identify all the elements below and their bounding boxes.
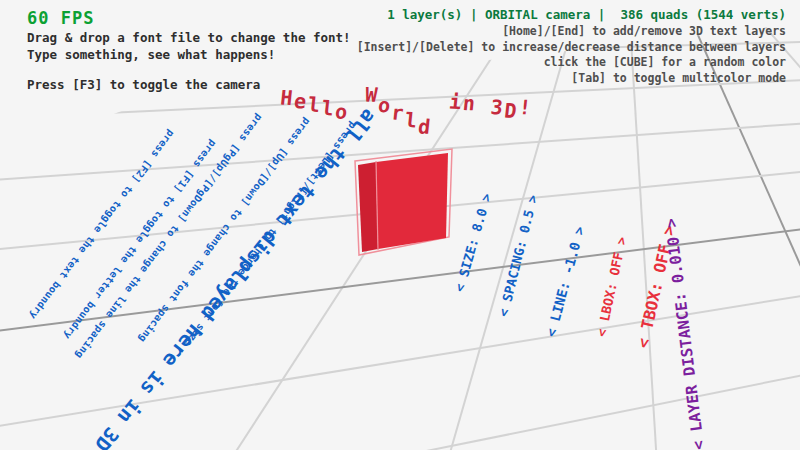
type-hint: Type something, see what happens! [27, 47, 275, 63]
layers-hint: [Home]/[End] to add/remove 3D text layer… [357, 24, 786, 40]
right-help-block: [Home]/[End] to add/remove 3D text layer… [357, 24, 786, 86]
wave-char: d [417, 114, 434, 138]
wave-char: n [462, 91, 479, 115]
wave-char: D [503, 98, 520, 122]
cube-front-face [376, 153, 448, 249]
raylib-3d-text-demo-window: press [F2] to toggle the text boundry pr… [0, 0, 800, 450]
multicolor-hint: [Tab] to toggle multicolor mode [357, 71, 786, 87]
cube-click-hint: click the [CUBE] for a random color [357, 55, 786, 71]
wave-char: ! [518, 95, 535, 119]
drag-drop-hint: Drag & drop a font file to change the fo… [27, 30, 351, 46]
fps-counter: 60 FPS [27, 8, 94, 29]
status-line: 1 layer(s) | ORBITAL camera | 386 quads … [387, 7, 786, 23]
camera-toggle-hint: Press [F3] to toggle the camera [27, 77, 260, 93]
cube-left-face [358, 162, 378, 252]
distance-hint: [Insert]/[Delete] to increase/decrease d… [357, 40, 786, 56]
wave-char: o [334, 100, 351, 124]
